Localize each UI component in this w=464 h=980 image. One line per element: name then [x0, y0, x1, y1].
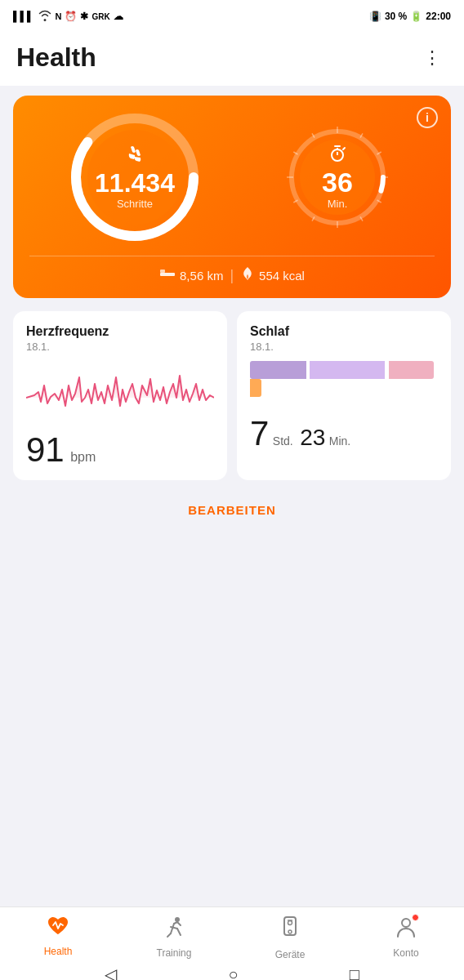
sleep-title: Schlaf — [250, 324, 438, 339]
recent-button[interactable]: □ — [350, 965, 359, 981]
activity-card: i — [13, 96, 451, 298]
stats-divider: | — [230, 267, 234, 284]
edit-button[interactable]: BEARBEITEN — [13, 493, 451, 527]
nav-item-geraete[interactable]: Geräte — [232, 915, 348, 960]
time-circle: 36 Min. — [280, 120, 395, 234]
nav-item-training[interactable]: Training — [116, 915, 232, 959]
nfc-icon: N — [56, 11, 62, 21]
calories-stat: 554 kcal — [240, 266, 305, 285]
geraete-nav-icon — [279, 915, 301, 946]
status-right: 📳 30 % 🔋 22:00 — [369, 11, 451, 22]
distance-value: 8,56 km — [180, 269, 223, 283]
training-nav-label: Training — [157, 947, 192, 959]
konto-nav-icon — [395, 919, 417, 943]
sleep-minutes: 23 — [300, 425, 325, 450]
heart-rate-card[interactable]: Herzfrequenz 18.1. 91 bpm — [13, 311, 227, 480]
training-nav-icon — [163, 915, 185, 944]
back-button[interactable]: ◁ — [105, 964, 117, 980]
steps-label: Schritte — [117, 198, 153, 210]
konto-icon-wrapper — [395, 915, 417, 944]
heart-rate-chart — [26, 361, 214, 418]
svg-rect-23 — [160, 273, 175, 276]
konto-notification-dot — [412, 914, 419, 921]
konto-nav-label: Konto — [393, 947, 418, 959]
app-header: Health ⋮ — [0, 33, 464, 86]
vibrate-icon: 📳 — [369, 11, 381, 22]
battery-text: 30 % — [385, 11, 407, 22]
steps-value: 11.434 — [95, 170, 175, 196]
heart-rate-value-row: 91 bpm — [26, 433, 214, 467]
main-content: i — [0, 86, 464, 537]
svg-point-27 — [288, 930, 292, 933]
wifi-icon — [38, 10, 52, 24]
health-nav-icon — [47, 915, 69, 942]
calories-icon — [240, 266, 255, 285]
stopwatch-icon — [322, 145, 353, 167]
heart-rate-date: 18.1. — [26, 341, 214, 353]
activity-stats: 8,56 km | 554 kcal — [29, 256, 435, 285]
alarm-icon: ⏰ — [65, 11, 77, 22]
distance-icon — [159, 268, 176, 283]
cloud-icon: ☁ — [114, 11, 123, 22]
nav-item-konto[interactable]: Konto — [348, 915, 464, 959]
steps-circle: 11.434 Schritte — [69, 112, 200, 243]
sleep-hours: 7 — [250, 414, 269, 452]
geraete-nav-label: Geräte — [275, 949, 306, 960]
bottom-nav: Health Training — [0, 906, 464, 980]
more-menu-button[interactable]: ⋮ — [417, 44, 448, 72]
sleep-value-row: 7 Std. 23 Min. — [250, 416, 438, 451]
svg-rect-24 — [160, 270, 165, 273]
active-time-label: Min. — [322, 198, 353, 210]
sleep-hours-unit: Std. — [273, 434, 293, 448]
system-nav: ◁ ○ □ — [0, 964, 464, 980]
page-title: Health — [16, 42, 96, 73]
steps-icon — [124, 145, 145, 168]
health-nav-label: Health — [44, 946, 73, 957]
sleep-card[interactable]: Schlaf 18.1. 7 Std. 23 Min. — [237, 311, 451, 480]
bluetooth-icon: ✱ — [80, 11, 88, 22]
sleep-date: 18.1. — [250, 341, 438, 353]
heart-rate-title: Herzfrequenz — [26, 324, 214, 339]
time-display: 22:00 — [426, 11, 451, 22]
nav-item-health[interactable]: Health — [0, 915, 116, 957]
svg-point-29 — [288, 921, 292, 925]
svg-line-22 — [343, 148, 345, 149]
extra-icon: GRK — [91, 12, 109, 21]
distance-stat: 8,56 km — [159, 268, 223, 283]
health-cards-row: Herzfrequenz 18.1. 91 bpm Schlaf — [13, 311, 451, 480]
home-button[interactable]: ○ — [228, 965, 238, 981]
status-left: ▌▌▌ N ⏰ ✱ GRK ☁ — [13, 10, 123, 24]
active-time-info: 36 Min. — [322, 145, 353, 210]
signal-icon: ▌▌▌ — [13, 11, 34, 22]
activity-circles: 11.434 Schritte — [29, 112, 435, 243]
active-time-value: 36 — [322, 168, 353, 196]
status-bar: ▌▌▌ N ⏰ ✱ GRK ☁ 📳 30 % 🔋 22:00 — [0, 0, 464, 33]
calories-value: 554 kcal — [259, 269, 305, 283]
info-button[interactable]: i — [417, 107, 438, 128]
sleep-minutes-unit: Min. — [329, 434, 350, 448]
svg-point-30 — [402, 919, 410, 927]
sleep-chart-area — [250, 361, 438, 397]
battery-icon: 🔋 — [410, 11, 422, 22]
heart-rate-number: 91 — [26, 430, 65, 469]
heart-rate-unit: bpm — [70, 450, 96, 464]
nav-items: Health Training — [0, 907, 464, 964]
steps-info: 11.434 Schritte — [95, 145, 175, 210]
